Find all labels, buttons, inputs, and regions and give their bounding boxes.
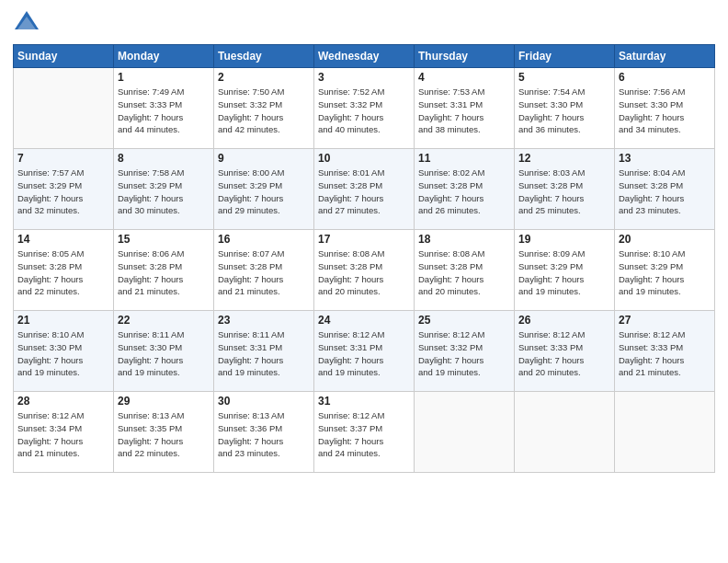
day-info: Sunrise: 8:12 AM Sunset: 3:32 PM Dayligh…	[418, 328, 510, 379]
calendar-day-cell	[415, 392, 515, 473]
weekday-header-friday: Friday	[515, 45, 615, 68]
day-number: 21	[17, 314, 109, 327]
weekday-header-monday: Monday	[114, 45, 214, 68]
day-number: 27	[619, 314, 711, 327]
calendar-day-cell: 3Sunrise: 7:52 AM Sunset: 3:32 PM Daylig…	[314, 68, 415, 149]
day-number: 29	[118, 395, 210, 408]
calendar-day-cell: 29Sunrise: 8:13 AM Sunset: 3:35 PM Dayli…	[114, 392, 214, 473]
calendar-table: SundayMondayTuesdayWednesdayThursdayFrid…	[13, 44, 715, 473]
calendar-week-row: 21Sunrise: 8:10 AM Sunset: 3:30 PM Dayli…	[14, 311, 715, 392]
calendar-day-cell: 5Sunrise: 7:54 AM Sunset: 3:30 PM Daylig…	[515, 68, 615, 149]
day-number: 15	[118, 233, 210, 246]
weekday-header-row: SundayMondayTuesdayWednesdayThursdayFrid…	[14, 45, 715, 68]
calendar-day-cell	[515, 392, 615, 473]
page-container: SundayMondayTuesdayWednesdayThursdayFrid…	[0, 0, 728, 563]
calendar-day-cell: 10Sunrise: 8:01 AM Sunset: 3:28 PM Dayli…	[314, 149, 415, 230]
day-info: Sunrise: 8:10 AM Sunset: 3:29 PM Dayligh…	[619, 247, 711, 298]
day-info: Sunrise: 7:56 AM Sunset: 3:30 PM Dayligh…	[619, 86, 711, 136]
day-info: Sunrise: 8:12 AM Sunset: 3:31 PM Dayligh…	[318, 328, 410, 379]
day-number: 12	[518, 152, 610, 165]
calendar-week-row: 14Sunrise: 8:05 AM Sunset: 3:28 PM Dayli…	[14, 230, 715, 311]
calendar-day-cell: 25Sunrise: 8:12 AM Sunset: 3:32 PM Dayli…	[415, 311, 515, 392]
day-number: 9	[218, 152, 310, 165]
calendar-day-cell: 21Sunrise: 8:10 AM Sunset: 3:30 PM Dayli…	[14, 311, 114, 392]
calendar-day-cell: 12Sunrise: 8:03 AM Sunset: 3:28 PM Dayli…	[515, 149, 615, 230]
day-info: Sunrise: 8:03 AM Sunset: 3:28 PM Dayligh…	[518, 167, 610, 217]
calendar-day-cell: 27Sunrise: 8:12 AM Sunset: 3:33 PM Dayli…	[615, 311, 715, 392]
day-number: 6	[619, 71, 711, 84]
day-info: Sunrise: 8:08 AM Sunset: 3:28 PM Dayligh…	[318, 247, 410, 298]
day-info: Sunrise: 7:57 AM Sunset: 3:29 PM Dayligh…	[17, 167, 109, 217]
day-number: 25	[418, 314, 510, 327]
day-info: Sunrise: 8:01 AM Sunset: 3:28 PM Dayligh…	[318, 167, 410, 217]
day-info: Sunrise: 8:04 AM Sunset: 3:28 PM Dayligh…	[619, 167, 711, 217]
day-info: Sunrise: 8:07 AM Sunset: 3:28 PM Dayligh…	[218, 247, 310, 298]
calendar-week-row: 28Sunrise: 8:12 AM Sunset: 3:34 PM Dayli…	[14, 392, 715, 473]
calendar-day-cell: 20Sunrise: 8:10 AM Sunset: 3:29 PM Dayli…	[615, 230, 715, 311]
calendar-day-cell: 23Sunrise: 8:11 AM Sunset: 3:31 PM Dayli…	[214, 311, 314, 392]
day-info: Sunrise: 8:08 AM Sunset: 3:28 PM Dayligh…	[418, 247, 510, 298]
weekday-header-thursday: Thursday	[415, 45, 515, 68]
day-info: Sunrise: 7:52 AM Sunset: 3:32 PM Dayligh…	[318, 86, 410, 136]
day-info: Sunrise: 8:13 AM Sunset: 3:35 PM Dayligh…	[118, 409, 210, 460]
day-number: 23	[218, 314, 310, 327]
day-number: 28	[17, 395, 109, 408]
day-number: 8	[118, 152, 210, 165]
weekday-header-sunday: Sunday	[14, 45, 114, 68]
weekday-header-tuesday: Tuesday	[214, 45, 314, 68]
calendar-day-cell: 14Sunrise: 8:05 AM Sunset: 3:28 PM Dayli…	[14, 230, 114, 311]
day-info: Sunrise: 7:58 AM Sunset: 3:29 PM Dayligh…	[118, 167, 210, 217]
logo-icon	[13, 9, 40, 37]
day-number: 5	[518, 71, 610, 84]
calendar-day-cell: 30Sunrise: 8:13 AM Sunset: 3:36 PM Dayli…	[214, 392, 314, 473]
day-info: Sunrise: 8:05 AM Sunset: 3:28 PM Dayligh…	[17, 247, 109, 298]
calendar-day-cell: 19Sunrise: 8:09 AM Sunset: 3:29 PM Dayli…	[515, 230, 615, 311]
calendar-day-cell: 26Sunrise: 8:12 AM Sunset: 3:33 PM Dayli…	[515, 311, 615, 392]
day-number: 11	[418, 152, 510, 165]
calendar-day-cell: 28Sunrise: 8:12 AM Sunset: 3:34 PM Dayli…	[14, 392, 114, 473]
calendar-day-cell: 11Sunrise: 8:02 AM Sunset: 3:28 PM Dayli…	[415, 149, 515, 230]
calendar-day-cell: 4Sunrise: 7:53 AM Sunset: 3:31 PM Daylig…	[415, 68, 515, 149]
day-number: 31	[318, 395, 410, 408]
day-number: 14	[17, 233, 109, 246]
logo	[13, 9, 42, 37]
day-info: Sunrise: 8:12 AM Sunset: 3:34 PM Dayligh…	[17, 409, 109, 460]
calendar-day-cell: 17Sunrise: 8:08 AM Sunset: 3:28 PM Dayli…	[314, 230, 415, 311]
weekday-header-saturday: Saturday	[615, 45, 715, 68]
calendar-day-cell: 24Sunrise: 8:12 AM Sunset: 3:31 PM Dayli…	[314, 311, 415, 392]
weekday-header-wednesday: Wednesday	[314, 45, 415, 68]
day-number: 26	[518, 314, 610, 327]
day-number: 19	[518, 233, 610, 246]
calendar-day-cell	[14, 68, 114, 149]
calendar-day-cell: 16Sunrise: 8:07 AM Sunset: 3:28 PM Dayli…	[214, 230, 314, 311]
day-info: Sunrise: 7:53 AM Sunset: 3:31 PM Dayligh…	[418, 86, 510, 136]
calendar-day-cell: 2Sunrise: 7:50 AM Sunset: 3:32 PM Daylig…	[214, 68, 314, 149]
day-number: 7	[17, 152, 109, 165]
day-info: Sunrise: 8:06 AM Sunset: 3:28 PM Dayligh…	[118, 247, 210, 298]
day-number: 4	[418, 71, 510, 84]
calendar-day-cell: 1Sunrise: 7:49 AM Sunset: 3:33 PM Daylig…	[114, 68, 214, 149]
day-info: Sunrise: 8:12 AM Sunset: 3:37 PM Dayligh…	[318, 409, 410, 460]
day-info: Sunrise: 7:50 AM Sunset: 3:32 PM Dayligh…	[218, 86, 310, 136]
calendar-day-cell: 13Sunrise: 8:04 AM Sunset: 3:28 PM Dayli…	[615, 149, 715, 230]
day-info: Sunrise: 8:12 AM Sunset: 3:33 PM Dayligh…	[619, 328, 711, 379]
calendar-day-cell: 9Sunrise: 8:00 AM Sunset: 3:29 PM Daylig…	[214, 149, 314, 230]
calendar-day-cell: 31Sunrise: 8:12 AM Sunset: 3:37 PM Dayli…	[314, 392, 415, 473]
day-number: 3	[318, 71, 410, 84]
day-number: 1	[118, 71, 210, 84]
day-number: 22	[118, 314, 210, 327]
day-number: 30	[218, 395, 310, 408]
calendar-week-row: 1Sunrise: 7:49 AM Sunset: 3:33 PM Daylig…	[14, 68, 715, 149]
calendar-week-row: 7Sunrise: 7:57 AM Sunset: 3:29 PM Daylig…	[14, 149, 715, 230]
calendar-day-cell: 22Sunrise: 8:11 AM Sunset: 3:30 PM Dayli…	[114, 311, 214, 392]
day-info: Sunrise: 7:49 AM Sunset: 3:33 PM Dayligh…	[118, 86, 210, 136]
day-info: Sunrise: 8:09 AM Sunset: 3:29 PM Dayligh…	[518, 247, 610, 298]
day-info: Sunrise: 8:10 AM Sunset: 3:30 PM Dayligh…	[17, 328, 109, 379]
day-number: 20	[619, 233, 711, 246]
day-info: Sunrise: 8:11 AM Sunset: 3:30 PM Dayligh…	[118, 328, 210, 379]
calendar-day-cell	[615, 392, 715, 473]
day-number: 24	[318, 314, 410, 327]
day-info: Sunrise: 8:00 AM Sunset: 3:29 PM Dayligh…	[218, 167, 310, 217]
day-number: 17	[318, 233, 410, 246]
calendar-day-cell: 18Sunrise: 8:08 AM Sunset: 3:28 PM Dayli…	[415, 230, 515, 311]
